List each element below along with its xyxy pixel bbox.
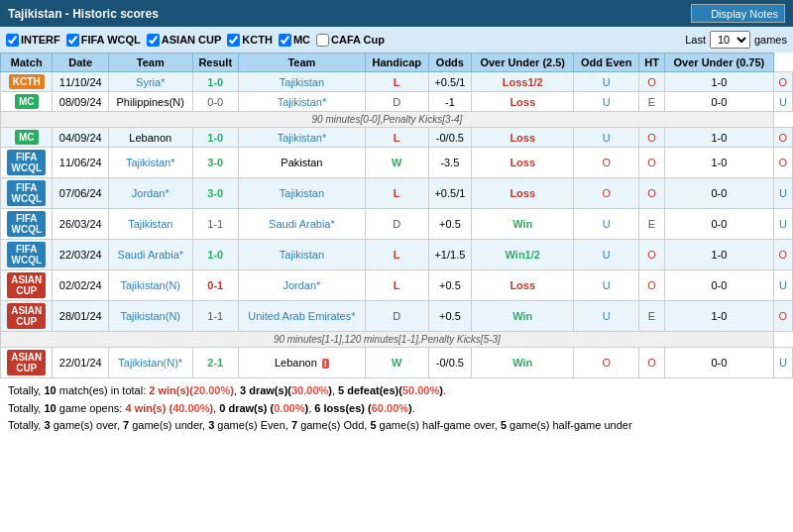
match-badge: FIFAWCQL — [1, 178, 53, 209]
team2-name: Pakistan — [238, 148, 365, 178]
table-row: FIFAWCQL26/03/24Tajikistan1-1Saudi Arabi… — [1, 209, 793, 240]
team2-name[interactable]: Lebanon ! — [238, 348, 365, 378]
games-selector: Last 10 20 30 games — [685, 31, 787, 49]
table-row: ASIANCUP02/02/24Tajikistan(N)0-1Jordan*L… — [1, 270, 793, 301]
team2-name[interactable]: Tajikistan* — [238, 128, 365, 148]
ht-over-under-value: U — [773, 209, 792, 240]
team1-name[interactable]: Tajikistan* — [109, 148, 193, 178]
team2-name[interactable]: Tajikistan* — [238, 92, 365, 112]
odd-even-value: E — [639, 209, 665, 240]
team1-name: Philippines(N) — [109, 92, 193, 112]
display-notes-label: Display Notes — [711, 8, 778, 20]
title-bar: Tajikistan - Historic scores Display Not… — [0, 0, 793, 27]
table-row: FIFAWCQL11/06/24Tajikistan*3-0PakistanW-… — [1, 148, 793, 178]
over-under-value: O — [574, 178, 639, 209]
halftime-result: 1-0 — [664, 72, 773, 92]
match-date: 22/03/24 — [53, 240, 109, 270]
filter-fifawcql[interactable]: FIFA WCQL — [66, 34, 141, 47]
match-badge: FIFAWCQL — [1, 209, 53, 240]
ht-over-under-value: O — [773, 301, 792, 332]
odds-result: Loss — [472, 128, 574, 148]
handicap-value: -1 — [428, 92, 472, 112]
col-overunder075: Over Under (0.75) — [664, 53, 773, 72]
over-under-value: U — [574, 270, 639, 301]
competition-badge: FIFAWCQL — [7, 242, 46, 267]
match-badge: ASIANCUP — [1, 348, 53, 378]
checkbox-icon — [698, 7, 707, 20]
over-under-value: U — [574, 72, 639, 92]
match-result: 1-0 — [192, 240, 238, 270]
team1-name[interactable]: Saudi Arabia* — [109, 240, 193, 270]
match-date: 07/06/24 — [53, 178, 109, 209]
odd-even-value: O — [639, 72, 665, 92]
match-date: 26/03/24 — [53, 209, 109, 240]
col-odds: Odds — [428, 53, 472, 72]
competition-badge: MC — [15, 130, 39, 145]
team2-name[interactable]: Jordan* — [238, 270, 365, 301]
col-team2: Team — [238, 53, 365, 72]
filter-asiancup-label: ASIAN CUP — [162, 34, 222, 46]
match-badge: ASIANCUP — [1, 270, 53, 301]
ht-over-under-value: O — [773, 148, 792, 178]
odds-result: Loss — [472, 92, 574, 112]
filter-cafacup[interactable]: CAFA Cup — [316, 34, 385, 47]
display-notes-button[interactable]: Display Notes — [691, 4, 785, 23]
match-wdl: D — [365, 92, 428, 112]
games-count-select[interactable]: 10 20 30 — [710, 31, 750, 49]
filter-cafacup-label: CAFA Cup — [331, 34, 385, 46]
over-under-value: U — [574, 92, 639, 112]
filter-kcth[interactable]: KCTH — [227, 34, 273, 47]
filter-interf[interactable]: INTERF — [6, 34, 60, 47]
table-row: KCTH11/10/24Syria*1-0TajikistanL+0.5/1Lo… — [1, 72, 793, 92]
over-under-value: U — [574, 301, 639, 332]
team1-name[interactable]: Tajikistan(N)* — [109, 348, 193, 378]
match-badge: FIFAWCQL — [1, 240, 53, 270]
match-result: 0-1 — [192, 270, 238, 301]
ht-over-under-value: U — [773, 178, 792, 209]
halftime-result: 1-0 — [664, 240, 773, 270]
col-match: Match — [1, 53, 53, 72]
team1-name[interactable]: Tajikistan — [109, 209, 193, 240]
odd-even-value: E — [639, 92, 665, 112]
competition-badge: FIFAWCQL — [7, 180, 46, 206]
odd-even-value: E — [639, 301, 665, 332]
handicap-value: +1/1.5 — [428, 240, 472, 270]
match-wdl: D — [365, 209, 428, 240]
note-row: 90 minutes[0-0],Penalty Kicks[3-4] — [1, 112, 774, 128]
team2-name[interactable]: Tajikistan — [238, 72, 365, 92]
col-handicap: Handicap — [365, 53, 428, 72]
team1-name[interactable]: Tajikistan(N) — [109, 301, 193, 332]
team2-name[interactable]: Tajikistan — [238, 240, 365, 270]
team1-name[interactable]: Jordan* — [109, 178, 193, 209]
team1-name[interactable]: Tajikistan(N) — [109, 270, 193, 301]
team1-name: Lebanon — [109, 128, 193, 148]
over-under-value: U — [574, 240, 639, 270]
team2-name[interactable]: Tajikistan — [238, 178, 365, 209]
match-wdl: L — [365, 178, 428, 209]
ht-over-under-value: O — [773, 240, 792, 270]
over-under-value: U — [574, 128, 639, 148]
summary-line: Totally, 10 match(es) in total: 2 win(s)… — [8, 382, 785, 400]
odds-result: Win — [472, 348, 574, 378]
team2-name[interactable]: Saudi Arabia* — [238, 209, 365, 240]
over-under-value: O — [574, 148, 639, 178]
filter-asiancup[interactable]: ASIAN CUP — [147, 34, 222, 47]
team2-name[interactable]: United Arab Emirates* — [238, 301, 365, 332]
match-wdl: L — [365, 240, 428, 270]
team1-name[interactable]: Syria* — [109, 72, 193, 92]
summary-line: Totally, 3 game(s) over, 7 game(s) under… — [8, 417, 785, 435]
col-ht: HT — [639, 53, 665, 72]
odds-result: Loss — [472, 148, 574, 178]
halftime-result: 1-0 — [664, 128, 773, 148]
odds-result: Loss — [472, 178, 574, 209]
match-result: 1-0 — [192, 128, 238, 148]
ht-over-under-value: O — [773, 72, 792, 92]
odds-result: Win — [472, 209, 574, 240]
scores-table: Match Date Team Result Team Handicap Odd… — [0, 53, 793, 378]
halftime-result: 1-0 — [664, 148, 773, 178]
over-under-value: O — [574, 348, 639, 378]
last-label: Last — [685, 34, 706, 46]
col-oddeven: Odd Even — [574, 53, 639, 72]
match-wdl: L — [365, 72, 428, 92]
filter-mc[interactable]: MC — [279, 34, 310, 47]
